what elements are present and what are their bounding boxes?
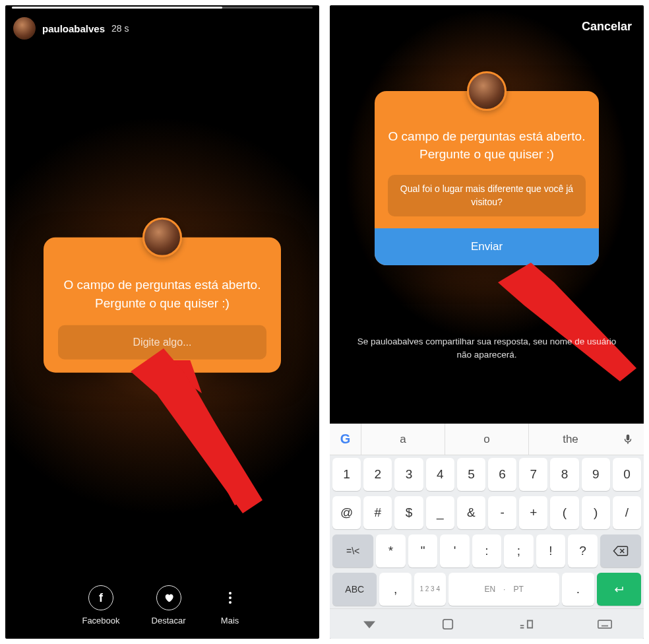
share-facebook-button[interactable]: f Facebook [82,585,119,626]
key-at[interactable]: @ [332,496,361,529]
google-search-icon[interactable]: G [330,424,361,455]
key-dollar[interactable]: $ [394,496,423,529]
backspace-key[interactable] [600,534,641,567]
key-lparen[interactable]: ( [550,496,578,529]
key-6[interactable]: 6 [488,458,516,491]
keyboard-row-4: ABC , 1 2 3 4 EN · PT . [330,570,644,608]
facebook-label: Facebook [82,616,119,626]
key-4[interactable]: 4 [426,458,454,491]
story-progress-fill [12,7,222,9]
key-8[interactable]: 8 [550,458,578,491]
username-label[interactable]: pauloabalves [42,23,105,34]
nav-home[interactable] [408,609,487,639]
question-sticker[interactable]: O campo de perguntas está aberto. Pergun… [44,238,281,373]
key-bang[interactable]: ! [536,534,565,567]
suggestion-bar: G a o the [330,424,644,455]
key-amp[interactable]: & [457,496,485,529]
key-9[interactable]: 9 [582,458,610,491]
suggestion-3[interactable]: the [529,424,612,455]
question-prompt: O campo de perguntas está aberto. Pergun… [388,128,586,163]
highlight-label: Destacar [152,616,186,626]
key-slash[interactable]: / [613,496,641,529]
question-sticker-active: O campo de perguntas está aberto. Pergun… [375,91,599,265]
highlight-button[interactable]: Destacar [152,585,186,626]
key-comma[interactable]: , [379,573,411,606]
key-5[interactable]: 5 [457,458,485,491]
key-period[interactable]: . [562,573,594,606]
sticker-avatar [142,218,182,257]
svg-rect-7 [598,620,611,628]
key-hash[interactable]: # [363,496,392,529]
story-view-screen: pauloabalves 28 s O campo de perguntas e… [5,5,319,639]
heart-icon [156,585,181,610]
send-button[interactable]: Enviar [375,228,599,265]
story-header[interactable]: pauloabalves 28 s [13,17,129,40]
key-minus[interactable]: - [488,496,516,529]
user-avatar-small[interactable] [13,17,36,40]
key-underscore[interactable]: _ [426,496,454,529]
enter-key[interactable] [597,573,641,606]
symbols-toggle-key[interactable]: =\< [332,534,373,567]
suggestion-1[interactable]: a [361,424,445,455]
key-3[interactable]: 3 [394,458,423,491]
key-colon[interactable]: : [472,534,501,567]
story-timestamp: 28 s [111,23,129,34]
key-question[interactable]: ? [568,534,597,567]
key-squote[interactable]: ' [440,534,469,567]
nav-recents[interactable] [487,609,565,639]
key-semicolon[interactable]: ; [504,534,533,567]
question-reply-screen: Cancelar O campo de perguntas está abert… [330,5,644,639]
keyboard-row-1: 1 2 3 4 5 6 7 8 9 0 [330,455,644,494]
soft-keyboard: G a o the 1 2 3 4 5 6 7 8 9 0 @ # $ [330,424,644,639]
question-input[interactable]: Qual foi o lugar mais diferente que você… [388,175,586,216]
question-input-value: Qual foi o lugar mais diferente que você… [400,183,573,207]
voice-input-icon[interactable] [612,434,644,445]
key-star[interactable]: * [376,534,405,567]
key-1[interactable]: 1 [332,458,361,491]
cancel-button[interactable]: Cancelar [582,20,632,34]
key-plus[interactable]: + [519,496,547,529]
key-dquote[interactable]: " [408,534,437,567]
space-key[interactable]: EN · PT [448,573,560,606]
nav-hide-keyboard[interactable] [330,609,408,639]
more-icon [218,585,243,610]
story-footer-actions: f Facebook Destacar Mais [5,585,319,626]
question-input-placeholder[interactable]: Digite algo... [58,325,266,360]
svg-rect-6 [443,619,452,628]
abc-toggle-key[interactable]: ABC [332,573,377,606]
placeholder-text: Digite algo... [133,337,192,348]
nav-keyboard-switch[interactable] [565,609,644,639]
question-prompt: O campo de perguntas está aberto. Pergun… [58,276,266,312]
space-lang-en: EN [484,585,495,594]
sticker-avatar [467,71,507,111]
space-lang-pt: PT [513,585,523,594]
numpad-hint-key[interactable]: 1 2 3 4 [414,573,446,606]
more-label: Mais [221,616,239,626]
key-2[interactable]: 2 [363,458,392,491]
key-7[interactable]: 7 [519,458,547,491]
privacy-disclaimer: Se pauloabalves compartilhar sua respost… [355,335,619,362]
android-nav-bar [330,608,644,639]
more-button[interactable]: Mais [218,585,243,626]
send-label: Enviar [471,240,503,253]
keyboard-row-3: =\< * " ' : ; ! ? [330,532,644,570]
story-progress-bar [12,7,313,9]
suggestion-2[interactable]: o [445,424,529,455]
keyboard-row-2: @ # $ _ & - + ( ) / [330,494,644,532]
facebook-icon: f [88,585,113,610]
key-0[interactable]: 0 [613,458,641,491]
svg-marker-5 [363,621,375,628]
key-rparen[interactable]: ) [582,496,610,529]
space-sep: · [503,585,505,594]
